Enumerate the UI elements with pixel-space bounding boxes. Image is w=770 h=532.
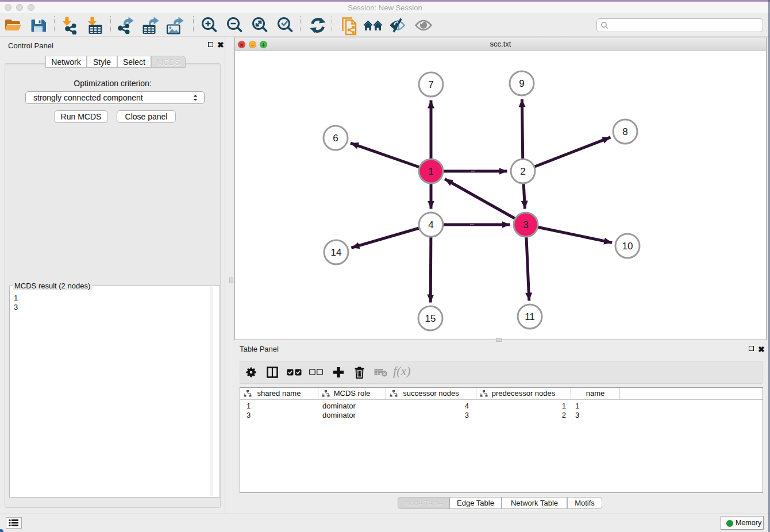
svg-text:2: 2 [520, 166, 525, 177]
svg-text:11: 11 [525, 311, 535, 322]
svg-text:15: 15 [425, 313, 436, 324]
svg-text:4: 4 [428, 219, 433, 230]
svg-text:14: 14 [331, 247, 342, 258]
svg-text:7: 7 [428, 79, 433, 90]
svg-text:1: 1 [428, 166, 433, 177]
svg-text:3: 3 [523, 219, 528, 230]
svg-text:9: 9 [519, 78, 524, 89]
svg-text:6: 6 [333, 133, 338, 144]
svg-text:8: 8 [622, 126, 627, 137]
svg-text:10: 10 [622, 241, 633, 252]
